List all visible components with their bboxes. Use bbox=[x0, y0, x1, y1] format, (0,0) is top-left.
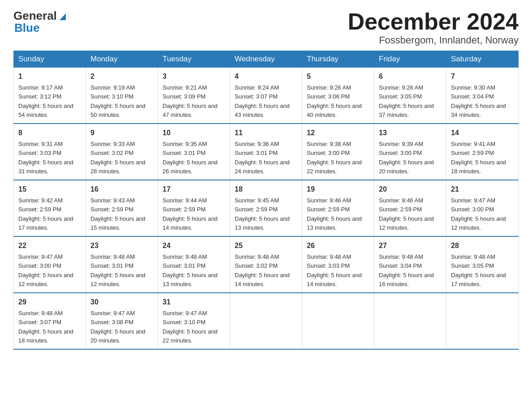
calendar-cell bbox=[374, 293, 446, 349]
calendar-body: 1Sunrise: 9:17 AMSunset: 3:12 PMDaylight… bbox=[14, 68, 519, 350]
calendar-cell: 17Sunrise: 9:44 AMSunset: 2:59 PMDayligh… bbox=[158, 180, 230, 236]
day-number: 11 bbox=[235, 128, 297, 138]
calendar-cell: 22Sunrise: 9:47 AMSunset: 3:00 PMDayligh… bbox=[14, 236, 86, 293]
day-number: 27 bbox=[379, 240, 442, 251]
calendar-cell: 3Sunrise: 9:21 AMSunset: 3:09 PMDaylight… bbox=[158, 68, 230, 124]
day-number: 9 bbox=[90, 128, 153, 138]
day-info: Sunrise: 9:47 AMSunset: 3:00 PMDaylight:… bbox=[451, 197, 506, 231]
day-info: Sunrise: 9:31 AMSunset: 3:03 PMDaylight:… bbox=[18, 141, 73, 175]
day-number: 8 bbox=[18, 128, 81, 138]
calendar-cell: 5Sunrise: 9:26 AMSunset: 3:06 PMDaylight… bbox=[302, 68, 374, 124]
calendar-cell: 31Sunrise: 9:47 AMSunset: 3:10 PMDayligh… bbox=[158, 293, 230, 349]
calendar-cell bbox=[230, 293, 302, 349]
day-info: Sunrise: 9:21 AMSunset: 3:09 PMDaylight:… bbox=[163, 84, 218, 118]
weekday-header-tuesday: Tuesday bbox=[158, 51, 230, 68]
logo-blue: Blue bbox=[14, 21, 39, 35]
day-info: Sunrise: 9:26 AMSunset: 3:06 PMDaylight:… bbox=[307, 84, 362, 118]
calendar-cell bbox=[302, 293, 374, 349]
day-info: Sunrise: 9:45 AMSunset: 2:59 PMDaylight:… bbox=[235, 197, 290, 231]
calendar-cell: 12Sunrise: 9:38 AMSunset: 3:00 PMDayligh… bbox=[302, 124, 374, 180]
day-info: Sunrise: 9:35 AMSunset: 3:01 PMDaylight:… bbox=[163, 141, 218, 175]
week-row-1: 1Sunrise: 9:17 AMSunset: 3:12 PMDaylight… bbox=[14, 68, 519, 124]
day-number: 5 bbox=[307, 71, 369, 82]
calendar-cell: 14Sunrise: 9:41 AMSunset: 2:59 PMDayligh… bbox=[446, 124, 519, 180]
calendar-cell bbox=[446, 293, 519, 349]
calendar-cell: 9Sunrise: 9:33 AMSunset: 3:02 PMDaylight… bbox=[86, 124, 158, 180]
day-info: Sunrise: 9:42 AMSunset: 2:59 PMDaylight:… bbox=[18, 197, 73, 231]
day-info: Sunrise: 9:48 AMSunset: 3:01 PMDaylight:… bbox=[90, 253, 146, 287]
day-number: 2 bbox=[90, 71, 153, 82]
day-number: 17 bbox=[163, 184, 225, 195]
calendar-cell: 13Sunrise: 9:39 AMSunset: 3:00 PMDayligh… bbox=[374, 124, 446, 180]
weekday-header-wednesday: Wednesday bbox=[230, 51, 302, 68]
calendar-cell: 25Sunrise: 9:48 AMSunset: 3:02 PMDayligh… bbox=[230, 236, 302, 293]
logo-triangle-icon bbox=[58, 11, 68, 21]
day-number: 25 bbox=[235, 240, 297, 251]
logo: General Blue bbox=[13, 9, 68, 35]
day-info: Sunrise: 9:39 AMSunset: 3:00 PMDaylight:… bbox=[379, 141, 434, 175]
calendar-cell: 10Sunrise: 9:35 AMSunset: 3:01 PMDayligh… bbox=[158, 124, 230, 180]
day-number: 1 bbox=[18, 71, 81, 82]
calendar-cell: 24Sunrise: 9:48 AMSunset: 3:01 PMDayligh… bbox=[158, 236, 230, 293]
day-info: Sunrise: 9:36 AMSunset: 3:01 PMDaylight:… bbox=[235, 141, 290, 175]
calendar-cell: 19Sunrise: 9:46 AMSunset: 2:59 PMDayligh… bbox=[302, 180, 374, 236]
day-info: Sunrise: 9:19 AMSunset: 3:10 PMDaylight:… bbox=[90, 84, 146, 118]
day-number: 13 bbox=[379, 128, 442, 138]
day-number: 6 bbox=[379, 71, 442, 82]
week-row-3: 15Sunrise: 9:42 AMSunset: 2:59 PMDayligh… bbox=[14, 180, 519, 236]
calendar-cell: 16Sunrise: 9:43 AMSunset: 2:59 PMDayligh… bbox=[86, 180, 158, 236]
day-info: Sunrise: 9:48 AMSunset: 3:01 PMDaylight:… bbox=[163, 253, 218, 287]
day-number: 22 bbox=[18, 240, 81, 251]
weekday-header-row: SundayMondayTuesdayWednesdayThursdayFrid… bbox=[14, 51, 519, 68]
calendar-cell: 4Sunrise: 9:24 AMSunset: 3:07 PMDaylight… bbox=[230, 68, 302, 124]
day-info: Sunrise: 9:47 AMSunset: 3:00 PMDaylight:… bbox=[18, 253, 73, 287]
day-info: Sunrise: 9:28 AMSunset: 3:05 PMDaylight:… bbox=[379, 84, 434, 118]
day-info: Sunrise: 9:46 AMSunset: 2:59 PMDaylight:… bbox=[307, 197, 362, 231]
week-row-2: 8Sunrise: 9:31 AMSunset: 3:03 PMDaylight… bbox=[14, 124, 519, 180]
weekday-header-friday: Friday bbox=[374, 51, 446, 68]
calendar-cell: 29Sunrise: 9:48 AMSunset: 3:07 PMDayligh… bbox=[14, 293, 86, 349]
calendar-cell: 20Sunrise: 9:46 AMSunset: 2:59 PMDayligh… bbox=[374, 180, 446, 236]
calendar-table: SundayMondayTuesdayWednesdayThursdayFrid… bbox=[13, 51, 519, 350]
month-title: December 2024 bbox=[348, 9, 519, 34]
calendar-cell: 15Sunrise: 9:42 AMSunset: 2:59 PMDayligh… bbox=[14, 180, 86, 236]
day-number: 10 bbox=[163, 128, 225, 138]
day-number: 3 bbox=[163, 71, 225, 82]
week-row-5: 29Sunrise: 9:48 AMSunset: 3:07 PMDayligh… bbox=[14, 293, 519, 349]
page-header: General Blue December 2024 Fossbergom, I… bbox=[13, 9, 519, 46]
day-info: Sunrise: 9:48 AMSunset: 3:05 PMDaylight:… bbox=[451, 253, 506, 287]
calendar-cell: 28Sunrise: 9:48 AMSunset: 3:05 PMDayligh… bbox=[446, 236, 519, 293]
day-number: 18 bbox=[235, 184, 297, 195]
day-info: Sunrise: 9:47 AMSunset: 3:10 PMDaylight:… bbox=[163, 310, 218, 344]
calendar-header: SundayMondayTuesdayWednesdayThursdayFrid… bbox=[14, 51, 519, 68]
calendar-cell: 6Sunrise: 9:28 AMSunset: 3:05 PMDaylight… bbox=[374, 68, 446, 124]
day-number: 12 bbox=[307, 128, 369, 138]
day-number: 23 bbox=[90, 240, 153, 251]
title-area: December 2024 Fossbergom, Innlandet, Nor… bbox=[348, 9, 519, 46]
day-number: 4 bbox=[235, 71, 297, 82]
day-info: Sunrise: 9:30 AMSunset: 3:04 PMDaylight:… bbox=[451, 84, 506, 118]
day-number: 31 bbox=[163, 297, 225, 308]
day-info: Sunrise: 9:24 AMSunset: 3:07 PMDaylight:… bbox=[235, 84, 290, 118]
day-number: 19 bbox=[307, 184, 369, 195]
day-info: Sunrise: 9:48 AMSunset: 3:07 PMDaylight:… bbox=[18, 310, 73, 344]
day-number: 16 bbox=[90, 184, 153, 195]
calendar-cell: 11Sunrise: 9:36 AMSunset: 3:01 PMDayligh… bbox=[230, 124, 302, 180]
day-info: Sunrise: 9:48 AMSunset: 3:04 PMDaylight:… bbox=[379, 253, 434, 287]
calendar-cell: 2Sunrise: 9:19 AMSunset: 3:10 PMDaylight… bbox=[86, 68, 158, 124]
day-info: Sunrise: 9:48 AMSunset: 3:03 PMDaylight:… bbox=[307, 253, 362, 287]
calendar-cell: 26Sunrise: 9:48 AMSunset: 3:03 PMDayligh… bbox=[302, 236, 374, 293]
day-info: Sunrise: 9:33 AMSunset: 3:02 PMDaylight:… bbox=[90, 141, 146, 175]
calendar-cell: 23Sunrise: 9:48 AMSunset: 3:01 PMDayligh… bbox=[86, 236, 158, 293]
day-info: Sunrise: 9:46 AMSunset: 2:59 PMDaylight:… bbox=[379, 197, 434, 231]
day-number: 28 bbox=[451, 240, 514, 251]
day-number: 29 bbox=[18, 297, 81, 308]
day-number: 30 bbox=[90, 297, 153, 308]
calendar-cell: 8Sunrise: 9:31 AMSunset: 3:03 PMDaylight… bbox=[14, 124, 86, 180]
day-number: 24 bbox=[163, 240, 225, 251]
weekday-header-thursday: Thursday bbox=[302, 51, 374, 68]
calendar-cell: 7Sunrise: 9:30 AMSunset: 3:04 PMDaylight… bbox=[446, 68, 519, 124]
svg-marker-0 bbox=[60, 13, 66, 20]
calendar-cell: 30Sunrise: 9:47 AMSunset: 3:08 PMDayligh… bbox=[86, 293, 158, 349]
day-number: 15 bbox=[18, 184, 81, 195]
